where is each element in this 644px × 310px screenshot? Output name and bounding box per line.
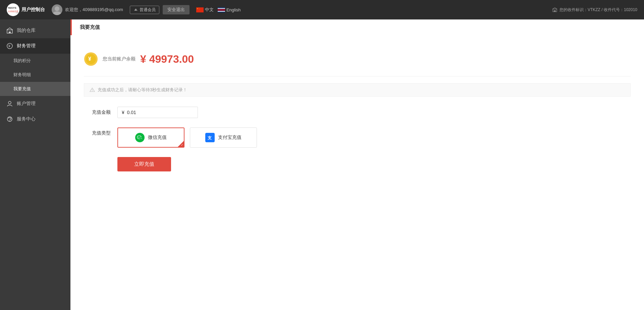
sidebar-label-recharge: 我要充值 [13,86,31,92]
svg-point-36 [141,138,141,139]
wechat-label: 微信充值 [148,135,167,141]
warehouse-nav-icon [7,28,13,34]
svg-point-34 [138,137,139,138]
svg-text:.com: .com [15,12,19,14]
sidebar: 我的仓库 ¥ 财务管理 我的积分 财务明细 我要充值 [0,19,70,310]
svg-point-37 [142,138,142,139]
sidebar-item-service[interactable]: 服务中心 [0,111,70,127]
svg-point-5 [53,11,61,15]
sidebar-label-warehouse: 我的仓库 [17,28,36,34]
svg-point-0 [7,3,19,16]
svg-point-4 [55,6,59,11]
sidebar-item-finance[interactable]: ¥ 财务管理 [0,38,70,54]
lang-zh-item[interactable]: 中文 [196,7,214,13]
amount-label: 充值金额 [84,107,111,115]
alipay-option[interactable]: 支 支付宝充值 [190,127,257,148]
lang-area: 中文 English [196,7,241,13]
svg-point-33 [140,138,143,140]
amount-form-row: 充值金额 [84,107,631,118]
svg-text:56SYS: 56SYS [8,6,17,9]
sidebar-item-warehouse[interactable]: 我的仓库 [0,23,70,38]
wechat-check: ✓ [181,143,183,147]
warehouse-code: 您的收件标识：VTKZZ / 收件代号：102010 [552,7,637,13]
logo-icon: 56SYS 全易物流通 .com [7,3,19,16]
amount-input[interactable] [117,107,198,118]
svg-rect-7 [196,7,204,12]
svg-point-31 [92,91,93,92]
sidebar-sub-item-points[interactable]: 我的积分 [0,54,70,68]
balance-section: ¥ 您当前账户余额 ¥ 49973.00 [84,45,631,76]
sidebar-label-detail: 财务明细 [13,72,31,78]
logo-area: 56SYS 全易物流通 .com 用户控制台 [7,3,45,16]
vip-icon: V [133,7,138,12]
logo-label: 用户控制台 [21,7,45,13]
vip-badge: V 普通会员 [130,6,159,14]
notice-text: 充值成功之后，请耐心等待3秒生成财务记录！ [98,87,187,93]
content-area: 我要充值 ¥ 您当前账户余额 ¥ 49973.00 [70,19,644,310]
welcome-text: 欢迎您，409889195@qq.com [65,7,123,13]
svg-text:¥: ¥ [8,44,10,48]
sidebar-label-points: 我的积分 [13,58,31,64]
svg-text:V: V [135,9,136,11]
wechat-icon [135,133,145,142]
balance-amount: ¥ 49973.00 [140,53,194,65]
type-label: 充值类型 [84,127,111,136]
service-nav-icon [7,116,13,122]
main-layout: 我的仓库 ¥ 财务管理 我的积分 财务明细 我要充值 [0,19,644,310]
lang-zh-label: 中文 [205,7,214,13]
svg-point-23 [8,101,11,104]
vip-label: 普通会员 [140,7,156,13]
sidebar-label-finance: 财务管理 [17,43,36,49]
sidebar-sub-item-recharge[interactable]: 我要充值 [0,82,70,96]
submit-row: 立即充值 [84,157,631,171]
svg-rect-20 [9,32,11,33]
user-avatar [52,4,62,15]
flag-cn-icon [196,7,204,12]
svg-text:支: 支 [207,136,212,140]
page-title: 我要充值 [80,24,100,30]
svg-point-35 [140,137,140,138]
alipay-label: 支付宝充值 [218,135,241,141]
topbar: 56SYS 全易物流通 .com 用户控制台 欢迎您，409889195@qq.… [0,0,644,19]
payment-options: 微信充值 ✓ 支 支付宝充值 [117,127,257,148]
sidebar-label-account: 账户管理 [17,101,36,107]
svg-text:¥: ¥ [88,56,91,62]
coin-icon: ¥ [84,52,98,66]
notice-icon [90,87,95,93]
submit-button[interactable]: 立即充值 [117,157,171,171]
account-nav-icon [7,101,13,107]
payment-form-row: 充值类型 [84,127,631,148]
svg-point-25 [9,121,10,121]
sidebar-sub-item-detail[interactable]: 财务明细 [0,68,70,82]
page-header: 我要充值 [70,19,644,35]
lang-th-item[interactable]: English [218,7,241,12]
finance-nav-icon: ¥ [7,43,13,49]
alipay-icon: 支 [205,133,215,142]
warehouse-icon [552,7,557,12]
lang-en-label: English [226,7,241,12]
flag-th-icon [218,7,225,12]
wechat-option[interactable]: 微信充值 ✓ [117,127,184,148]
svg-rect-16 [218,9,225,11]
sidebar-label-service: 服务中心 [17,116,36,122]
sidebar-item-account[interactable]: 账户管理 [0,96,70,111]
balance-label: 您当前账户余额 [103,56,136,62]
svg-rect-18 [554,10,556,12]
content-body: ¥ 您当前账户余额 ¥ 49973.00 充值成功之后，请耐心等待3秒生成财务记… [70,35,644,310]
logout-button[interactable]: 安全退出 [163,5,190,14]
warehouse-text: 您的收件标识：VTKZZ / 收件代号：102010 [559,7,637,13]
notice-bar: 充值成功之后，请耐心等待3秒生成财务记录！ [84,83,631,97]
